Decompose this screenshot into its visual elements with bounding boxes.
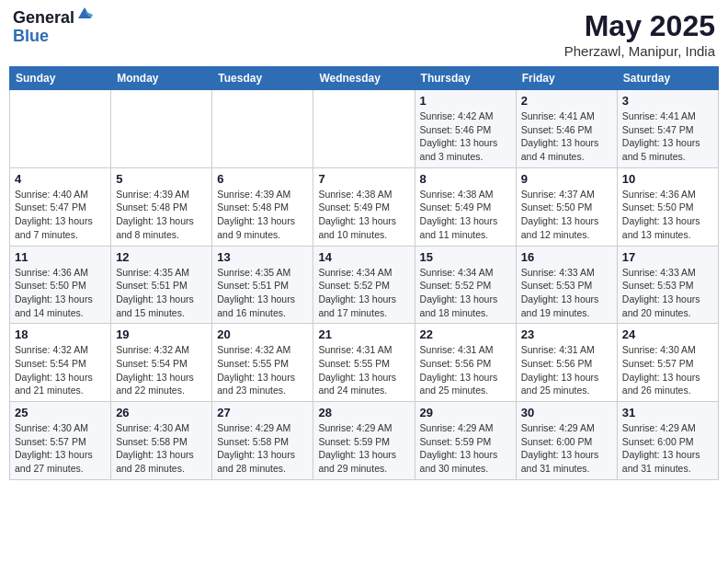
weekday-header-tuesday: Tuesday <box>212 67 313 90</box>
day-number: 15 <box>420 250 511 264</box>
day-number: 23 <box>521 327 612 341</box>
calendar-cell: 8Sunrise: 4:38 AMSunset: 5:49 PMDaylight… <box>415 167 516 246</box>
day-number: 18 <box>15 327 106 341</box>
calendar-cell <box>313 90 415 168</box>
calendar-cell: 14Sunrise: 4:34 AMSunset: 5:52 PMDayligh… <box>313 246 415 324</box>
day-info: Sunrise: 4:42 AMSunset: 5:46 PMDaylight:… <box>420 109 511 164</box>
calendar-cell: 7Sunrise: 4:38 AMSunset: 5:49 PMDaylight… <box>313 167 415 246</box>
day-info: Sunrise: 4:29 AMSunset: 6:00 PMDaylight:… <box>521 421 612 476</box>
calendar-cell: 29Sunrise: 4:29 AMSunset: 5:59 PMDayligh… <box>415 402 516 480</box>
day-info: Sunrise: 4:38 AMSunset: 5:49 PMDaylight:… <box>420 188 511 242</box>
calendar-cell: 3Sunrise: 4:41 AMSunset: 5:47 PMDaylight… <box>617 90 718 168</box>
day-number: 14 <box>318 250 409 264</box>
day-number: 16 <box>521 250 612 264</box>
day-number: 4 <box>15 172 106 186</box>
day-info: Sunrise: 4:39 AMSunset: 5:48 PMDaylight:… <box>217 188 308 242</box>
day-info: Sunrise: 4:29 AMSunset: 6:00 PMDaylight:… <box>622 421 713 476</box>
logo-icon <box>76 6 93 22</box>
calendar-week-3: 11Sunrise: 4:36 AMSunset: 5:50 PMDayligh… <box>10 246 719 324</box>
calendar-week-1: 1Sunrise: 4:42 AMSunset: 5:46 PMDaylight… <box>10 90 719 168</box>
month-title: May 2025 <box>564 9 715 43</box>
calendar-cell: 4Sunrise: 4:40 AMSunset: 5:47 PMDaylight… <box>10 167 111 246</box>
day-number: 3 <box>622 94 713 108</box>
logo: General Blue <box>13 9 93 46</box>
day-info: Sunrise: 4:29 AMSunset: 5:59 PMDaylight:… <box>420 421 511 476</box>
calendar-cell: 30Sunrise: 4:29 AMSunset: 6:00 PMDayligh… <box>516 402 617 480</box>
day-info: Sunrise: 4:29 AMSunset: 5:58 PMDaylight:… <box>217 421 308 476</box>
logo-general-text: General <box>13 9 74 28</box>
day-number: 25 <box>15 406 106 419</box>
calendar-week-2: 4Sunrise: 4:40 AMSunset: 5:47 PMDaylight… <box>10 167 719 246</box>
day-info: Sunrise: 4:34 AMSunset: 5:52 PMDaylight:… <box>420 266 511 320</box>
day-number: 10 <box>622 172 713 186</box>
day-number: 5 <box>116 172 207 186</box>
weekday-header-wednesday: Wednesday <box>313 67 415 90</box>
logo-blue-text: Blue <box>13 28 93 46</box>
day-number: 24 <box>622 327 713 341</box>
day-info: Sunrise: 4:35 AMSunset: 5:51 PMDaylight:… <box>217 266 308 320</box>
calendar-cell: 31Sunrise: 4:29 AMSunset: 6:00 PMDayligh… <box>617 402 718 480</box>
day-number: 21 <box>318 327 409 341</box>
day-info: Sunrise: 4:41 AMSunset: 5:47 PMDaylight:… <box>622 109 713 164</box>
calendar-cell: 2Sunrise: 4:41 AMSunset: 5:46 PMDaylight… <box>516 90 617 168</box>
calendar-cell: 25Sunrise: 4:30 AMSunset: 5:57 PMDayligh… <box>10 402 111 480</box>
day-info: Sunrise: 4:40 AMSunset: 5:47 PMDaylight:… <box>15 188 106 242</box>
day-info: Sunrise: 4:29 AMSunset: 5:59 PMDaylight:… <box>318 421 409 476</box>
day-info: Sunrise: 4:34 AMSunset: 5:52 PMDaylight:… <box>318 266 409 320</box>
calendar-cell: 6Sunrise: 4:39 AMSunset: 5:48 PMDaylight… <box>212 167 313 246</box>
day-number: 8 <box>420 172 511 186</box>
day-info: Sunrise: 4:41 AMSunset: 5:46 PMDaylight:… <box>521 109 612 164</box>
calendar-cell: 20Sunrise: 4:32 AMSunset: 5:55 PMDayligh… <box>212 324 313 402</box>
weekday-header-monday: Monday <box>111 67 212 90</box>
weekday-header-sunday: Sunday <box>10 67 111 90</box>
day-number: 12 <box>116 250 207 264</box>
calendar-cell <box>212 90 313 168</box>
day-number: 9 <box>521 172 612 186</box>
day-info: Sunrise: 4:32 AMSunset: 5:54 PMDaylight:… <box>116 343 207 397</box>
calendar-cell: 15Sunrise: 4:34 AMSunset: 5:52 PMDayligh… <box>415 246 516 324</box>
calendar-cell: 22Sunrise: 4:31 AMSunset: 5:56 PMDayligh… <box>415 324 516 402</box>
day-number: 11 <box>15 250 106 264</box>
calendar-cell: 1Sunrise: 4:42 AMSunset: 5:46 PMDaylight… <box>415 90 516 168</box>
day-info: Sunrise: 4:30 AMSunset: 5:57 PMDaylight:… <box>15 421 106 476</box>
day-info: Sunrise: 4:39 AMSunset: 5:48 PMDaylight:… <box>116 188 207 242</box>
calendar-cell: 9Sunrise: 4:37 AMSunset: 5:50 PMDaylight… <box>516 167 617 246</box>
calendar-cell: 13Sunrise: 4:35 AMSunset: 5:51 PMDayligh… <box>212 246 313 324</box>
day-number: 6 <box>217 172 308 186</box>
day-number: 26 <box>116 406 207 419</box>
calendar-cell: 23Sunrise: 4:31 AMSunset: 5:56 PMDayligh… <box>516 324 617 402</box>
day-number: 27 <box>217 406 308 419</box>
day-info: Sunrise: 4:32 AMSunset: 5:55 PMDaylight:… <box>217 343 308 397</box>
day-number: 20 <box>217 327 308 341</box>
day-number: 2 <box>521 94 612 108</box>
weekday-header-saturday: Saturday <box>617 67 718 90</box>
day-number: 29 <box>420 406 511 419</box>
svg-marker-0 <box>78 7 91 18</box>
calendar-cell <box>111 90 212 168</box>
calendar-cell: 17Sunrise: 4:33 AMSunset: 5:53 PMDayligh… <box>617 246 718 324</box>
day-info: Sunrise: 4:33 AMSunset: 5:53 PMDaylight:… <box>521 266 612 320</box>
calendar-week-5: 25Sunrise: 4:30 AMSunset: 5:57 PMDayligh… <box>10 402 719 480</box>
calendar-cell <box>10 90 111 168</box>
calendar-cell: 19Sunrise: 4:32 AMSunset: 5:54 PMDayligh… <box>111 324 212 402</box>
day-info: Sunrise: 4:35 AMSunset: 5:51 PMDaylight:… <box>116 266 207 320</box>
page-header: General Blue May 2025 Pherzawl, Manipur,… <box>9 9 719 59</box>
calendar-cell: 12Sunrise: 4:35 AMSunset: 5:51 PMDayligh… <box>111 246 212 324</box>
calendar-cell: 26Sunrise: 4:30 AMSunset: 5:58 PMDayligh… <box>111 402 212 480</box>
calendar-cell: 27Sunrise: 4:29 AMSunset: 5:58 PMDayligh… <box>212 402 313 480</box>
day-info: Sunrise: 4:37 AMSunset: 5:50 PMDaylight:… <box>521 188 612 242</box>
location-title: Pherzawl, Manipur, India <box>564 43 715 59</box>
day-info: Sunrise: 4:36 AMSunset: 5:50 PMDaylight:… <box>622 188 713 242</box>
day-info: Sunrise: 4:30 AMSunset: 5:57 PMDaylight:… <box>622 343 713 397</box>
calendar-cell: 11Sunrise: 4:36 AMSunset: 5:50 PMDayligh… <box>10 246 111 324</box>
day-info: Sunrise: 4:30 AMSunset: 5:58 PMDaylight:… <box>116 421 207 476</box>
calendar-cell: 10Sunrise: 4:36 AMSunset: 5:50 PMDayligh… <box>617 167 718 246</box>
day-number: 7 <box>318 172 409 186</box>
calendar-table: SundayMondayTuesdayWednesdayThursdayFrid… <box>9 66 719 480</box>
title-block: May 2025 Pherzawl, Manipur, India <box>564 9 715 59</box>
day-info: Sunrise: 4:38 AMSunset: 5:49 PMDaylight:… <box>318 188 409 242</box>
day-number: 13 <box>217 250 308 264</box>
calendar-cell: 21Sunrise: 4:31 AMSunset: 5:55 PMDayligh… <box>313 324 415 402</box>
day-number: 22 <box>420 327 511 341</box>
day-info: Sunrise: 4:33 AMSunset: 5:53 PMDaylight:… <box>622 266 713 320</box>
